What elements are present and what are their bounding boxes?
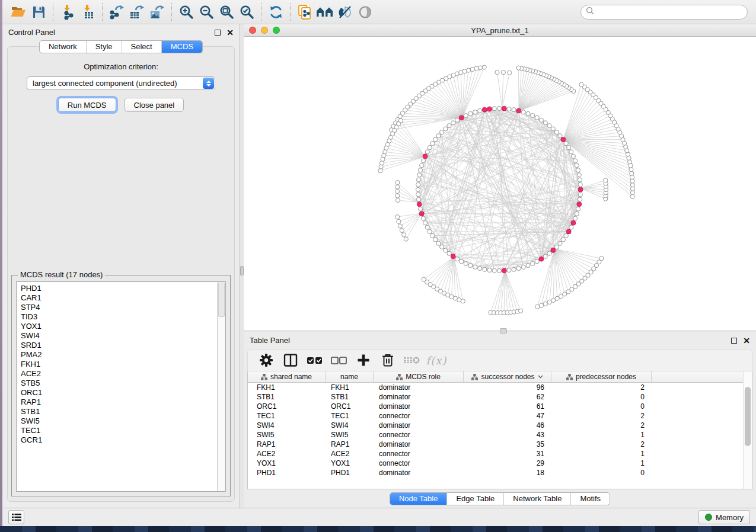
search-input[interactable] [594,8,742,17]
table-row[interactable]: FKH1FKH1dominator962 [248,383,743,392]
show-all-icon[interactable] [355,2,375,21]
gear-icon[interactable] [257,352,275,368]
tab-style[interactable]: Style [86,41,122,53]
zoom-fit-icon[interactable] [216,2,237,21]
table-row[interactable]: PHD1PHD1dominator180 [248,468,743,477]
mcds-result-item[interactable]: STB5 [21,379,217,388]
toolbar-separator [261,3,261,21]
mcds-result-item[interactable]: SRD1 [21,341,217,350]
cell-name: YOX1 [326,459,374,467]
tab-motifs[interactable]: Motifs [570,493,610,505]
mcds-result-item[interactable]: ORC1 [21,388,217,398]
mcds-result-item[interactable]: ACE2 [21,369,217,379]
add-column-icon[interactable] [355,352,372,368]
save-session-icon[interactable] [28,2,49,21]
horizontal-splitter[interactable] [244,330,756,332]
column-header-MCDS-role[interactable]: MCDS role [374,371,464,382]
clone-network-icon[interactable] [295,2,315,21]
first-neighbors-icon[interactable] [315,2,335,21]
horizontal-splitter-handle[interactable] [500,328,507,334]
column-header-shared-name[interactable]: shared name [248,371,326,382]
mcds-result-item[interactable]: STP4 [21,303,217,312]
cell-mcds-role: connector [374,450,464,458]
zoom-in-icon[interactable] [176,2,196,21]
mcds-list-scroll-thumb[interactable] [218,283,225,317]
tab-edge-table[interactable]: Edge Table [446,493,503,505]
function-builder-icon: f(x) [428,352,445,368]
mcds-result-item[interactable]: SWI4 [21,331,217,341]
table-row[interactable]: SWI5SWI5connector431 [248,430,743,440]
close-table-panel-icon[interactable]: ✕ [743,338,750,344]
optimization-criterion-label: Optimization criterion: [8,62,234,71]
column-header-name[interactable]: name [326,371,374,382]
task-history-button[interactable] [8,510,24,524]
mcds-result-item[interactable]: SWI5 [21,416,217,426]
import-network-icon[interactable] [58,2,78,21]
table-row[interactable]: TEC1TEC1connector472 [248,411,743,421]
apply-layout-icon[interactable] [266,2,286,21]
zoom-selected-icon[interactable] [237,2,257,21]
table-row[interactable]: ORC1ORC1dominator610 [248,402,743,411]
mcds-result-list[interactable]: PHD1CAR1STP4TID3YOX1SWI4SRD1PMA2FKH1ACE2… [16,281,226,492]
toolbar-separator [102,3,103,21]
table-scrollbar[interactable] [743,371,752,489]
desktop-background-bottom [0,526,756,532]
zoom-out-icon[interactable] [196,2,216,21]
column-header-predecessor-nodes[interactable]: predecessor nodes [551,371,652,382]
select-all-icon[interactable] [306,352,324,368]
deselect-all-icon[interactable] [330,352,348,368]
export-network-icon[interactable] [107,2,127,21]
open-file-icon[interactable] [8,2,28,21]
mcds-result-item[interactable]: TID3 [21,312,217,322]
column-pane-icon[interactable] [282,352,299,368]
delete-column-icon[interactable] [379,352,397,368]
tab-node-table[interactable]: Node Table [390,493,447,505]
mcds-node [482,107,487,112]
table-row[interactable]: STB1STB1dominator620 [248,392,743,402]
table-row[interactable]: RAP1RAP1dominator352 [248,440,743,449]
memory-button[interactable]: Memory [698,510,750,524]
table-body: FKH1FKH1dominator962STB1STB1dominator620… [248,383,743,477]
network-window-title: YPA_prune.txt_1 [244,26,756,35]
mcds-node [419,211,424,216]
mcds-result-item[interactable]: GCR1 [21,435,217,445]
tab-network[interactable]: Network [40,41,86,53]
mcds-result-item[interactable]: PHD1 [21,284,217,293]
tab-network-table[interactable]: Network Table [503,493,570,505]
table-row[interactable]: YOX1YOX1connector291 [248,459,743,468]
mcds-node [539,257,544,261]
close-panel-icon[interactable]: ✕ [227,30,234,36]
cell-predecessor-nodes: 2 [551,383,652,392]
cell-predecessor-nodes: 1 [551,459,652,467]
mcds-result-item[interactable]: PMA2 [21,350,217,360]
hide-selected-icon[interactable] [335,2,355,21]
mcds-result-item[interactable]: FKH1 [21,360,217,369]
float-panel-icon[interactable] [215,30,221,36]
export-image-icon[interactable] [147,2,167,21]
mcds-result-item[interactable]: TEC1 [21,426,217,435]
tab-mcds[interactable]: MCDS [161,41,202,53]
column-header-successor-nodes[interactable]: successor nodes [464,371,551,382]
float-table-panel-icon[interactable] [731,338,737,344]
cell-name: PHD1 [326,469,374,477]
optimization-criterion-select[interactable]: largest connected component (undirected) [27,76,215,90]
table-row[interactable]: ACE2ACE2connector311 [248,449,743,459]
table-scroll-thumb[interactable] [745,387,751,446]
import-table-icon[interactable] [78,2,98,21]
network-window-titlebar: YPA_prune.txt_1 [244,24,756,37]
mcds-result-item[interactable]: CAR1 [21,293,217,303]
cell-successor-nodes: 61 [464,402,551,411]
mcds-result-item[interactable]: RAP1 [21,398,217,407]
mcds-result-item[interactable]: YOX1 [21,322,217,331]
tab-select[interactable]: Select [122,41,161,53]
mcds-list-scrollbar[interactable] [217,282,225,491]
search-box[interactable] [580,5,748,20]
run-mcds-button[interactable]: Run MCDS [58,98,116,112]
mcds-result-item[interactable]: STB1 [21,407,217,416]
vertical-splitter[interactable] [240,24,244,508]
network-canvas[interactable] [244,37,756,330]
export-table-icon[interactable] [127,2,147,21]
table-tabbar: Node TableEdge TableNetwork TableMotifs [390,492,610,505]
table-row[interactable]: SWI4SWI4dominator462 [248,421,743,430]
close-panel-button[interactable]: Close panel [125,98,184,112]
